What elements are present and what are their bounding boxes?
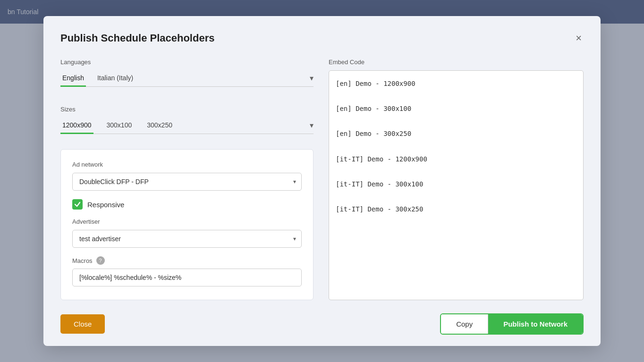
modal-footer: Close Copy Publish to Network [60, 311, 584, 335]
sizes-label: Sizes [60, 106, 314, 113]
close-x-button[interactable]: × [574, 31, 584, 45]
publish-to-network-button[interactable]: Publish to Network [488, 314, 583, 334]
left-panel: Languages English Italian (Italy) ▾ [60, 59, 314, 300]
advertiser-select[interactable]: test advertiser [72, 230, 302, 248]
languages-dropdown-toggle[interactable]: ▾ [310, 74, 314, 86]
macros-help-icon[interactable]: ? [96, 256, 105, 265]
macros-label: Macros [72, 257, 93, 264]
ad-network-label: Ad network [72, 161, 302, 168]
modal-overlay: Publish Schedule Placeholders × Language… [0, 0, 644, 362]
sizes-dropdown-toggle[interactable]: ▾ [310, 121, 314, 134]
tab-size-300x250[interactable]: 300x250 [145, 118, 174, 134]
advertiser-section: Advertiser test advertiser ▾ [72, 218, 302, 248]
ad-network-card: Ad network DoubleClick DFP - DFP Google … [60, 149, 314, 300]
macros-input[interactable] [72, 269, 302, 286]
languages-section: Languages English Italian (Italy) ▾ [60, 59, 314, 96]
tab-language-english[interactable]: English [60, 70, 86, 87]
ad-network-section: Ad network DoubleClick DFP - DFP Google … [72, 161, 302, 191]
responsive-label: Responsive [87, 201, 124, 209]
macros-header: Macros ? [72, 256, 302, 265]
tab-size-1200x900[interactable]: 1200x900 [60, 118, 93, 134]
modal-header: Publish Schedule Placeholders × [60, 31, 584, 45]
modal-title: Publish Schedule Placeholders [60, 32, 214, 44]
advertiser-label: Advertiser [72, 218, 302, 225]
embed-code-label: Embed Code [329, 59, 584, 66]
sizes-section: Sizes 1200x900 300x100 300x250 [60, 106, 314, 143]
macros-section: Macros ? [72, 256, 302, 286]
right-panel: Embed Code [329, 59, 584, 300]
ad-network-select[interactable]: DoubleClick DFP - DFP Google Ad Manager … [72, 173, 302, 191]
action-button-group: Copy Publish to Network [440, 313, 584, 335]
modal-body: Languages English Italian (Italy) ▾ [60, 59, 584, 300]
embed-code-textarea[interactable] [329, 70, 584, 300]
languages-label: Languages [60, 59, 314, 66]
ad-network-dropdown-wrapper: DoubleClick DFP - DFP Google Ad Manager … [72, 173, 302, 191]
close-button[interactable]: Close [60, 314, 105, 334]
advertiser-dropdown-wrapper: test advertiser ▾ [72, 230, 302, 248]
copy-button[interactable]: Copy [441, 314, 488, 334]
responsive-checkbox[interactable] [72, 199, 83, 210]
tab-size-300x100[interactable]: 300x100 [105, 118, 134, 134]
modal-dialog: Publish Schedule Placeholders × Language… [43, 16, 601, 346]
responsive-row: Responsive [72, 199, 302, 210]
tab-language-italian[interactable]: Italian (Italy) [95, 70, 135, 87]
